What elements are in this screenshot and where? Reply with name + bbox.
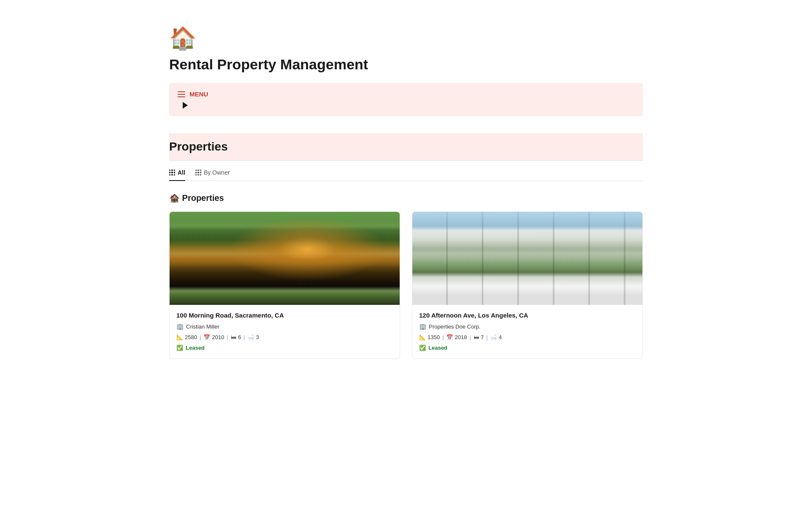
meta-sep-2-1: | xyxy=(469,334,471,340)
baths-item-0: 🛁 3 xyxy=(247,334,259,340)
card-status-1: ✅ Leased xyxy=(419,345,636,351)
property-image-1 xyxy=(412,212,642,305)
menu-expand-toggle[interactable] xyxy=(183,102,188,109)
hamburger-icon xyxy=(178,91,185,97)
sqft-icon-1: 📐 xyxy=(419,334,426,340)
baths-icon-0: 🛁 xyxy=(247,334,254,340)
status-icon-1: ✅ xyxy=(419,345,426,351)
status-label-0: Leased xyxy=(186,345,205,351)
status-label-1: Leased xyxy=(428,345,447,351)
property-card-1[interactable]: 120 Afternoon Ave, Los Angeles, CA 🏢 Pro… xyxy=(412,211,643,359)
meta-sep-1-0: | xyxy=(200,334,201,340)
card-meta-0: 📐 2580 | 📅 2010 | 🛏 6 | 🛁 xyxy=(176,334,393,340)
sqft-item-1: 📐 1350 xyxy=(419,334,440,340)
beds-icon-0: 🛏 xyxy=(231,334,236,340)
properties-section-header: Properties xyxy=(169,133,643,161)
tab-all-label: All xyxy=(178,169,185,176)
sqft-icon-0: 📐 xyxy=(176,334,183,340)
tab-by-owner-label: By Owner xyxy=(204,169,230,176)
properties-tabs: All By Owner xyxy=(169,169,643,181)
meta-sep-3-1: | xyxy=(486,334,488,340)
year-item-1: 📅 2018 xyxy=(446,334,467,340)
menu-bar: MENU xyxy=(169,83,643,116)
owner-icon-0: 🏢 xyxy=(176,323,184,330)
beds-item-1: 🛏 7 xyxy=(474,334,484,340)
page-wrapper: 🏠 Rental Property Management MENU Proper… xyxy=(131,0,681,393)
beds-value-1: 7 xyxy=(481,334,484,340)
year-value-1: 2018 xyxy=(455,334,467,340)
baths-item-1: 🛁 4 xyxy=(490,334,502,340)
status-icon-0: ✅ xyxy=(176,345,183,351)
properties-cards-grid: 100 Morning Road, Sacramento, CA 🏢 Crist… xyxy=(169,211,643,359)
meta-sep-1-1: | xyxy=(442,334,444,340)
baths-value-0: 3 xyxy=(256,334,259,340)
card-meta-1: 📐 1350 | 📅 2018 | 🛏 7 | 🛁 xyxy=(419,334,636,340)
year-value-0: 2010 xyxy=(212,334,224,340)
property-image-0 xyxy=(170,212,400,305)
card-body-0: 100 Morning Road, Sacramento, CA 🏢 Crist… xyxy=(170,305,400,359)
menu-header[interactable]: MENU xyxy=(178,90,634,98)
card-address-0: 100 Morning Road, Sacramento, CA xyxy=(176,312,393,319)
meta-sep-2-0: | xyxy=(227,334,228,340)
sqft-item-0: 📐 2580 xyxy=(176,334,197,340)
beds-value-0: 6 xyxy=(238,334,241,340)
owner-icon-1: 🏢 xyxy=(419,323,426,330)
owner-name-0: Cristian Miller xyxy=(186,323,219,330)
property-card-0[interactable]: 100 Morning Road, Sacramento, CA 🏢 Crist… xyxy=(169,211,400,359)
sqft-value-1: 1350 xyxy=(428,334,440,340)
baths-icon-1: 🛁 xyxy=(490,334,497,340)
year-item-0: 📅 2010 xyxy=(203,334,224,340)
beds-item-0: 🛏 6 xyxy=(231,334,241,340)
card-owner-0: 🏢 Cristian Miller xyxy=(176,323,393,330)
properties-subsection-title: 🏚️ Properties xyxy=(169,193,643,203)
sqft-value-0: 2580 xyxy=(185,334,197,340)
tab-all[interactable]: All xyxy=(169,169,185,181)
card-body-1: 120 Afternoon Ave, Los Angeles, CA 🏢 Pro… xyxy=(412,305,642,359)
card-status-0: ✅ Leased xyxy=(176,345,393,351)
grid-icon-all xyxy=(169,170,175,175)
card-address-1: 120 Afternoon Ave, Los Angeles, CA xyxy=(419,312,636,319)
owner-name-1: Properties Doe Corp. xyxy=(429,323,480,330)
card-owner-1: 🏢 Properties Doe Corp. xyxy=(419,323,636,330)
app-logo: 🏠 xyxy=(169,25,643,51)
baths-value-1: 4 xyxy=(499,334,502,340)
year-icon-1: 📅 xyxy=(446,334,453,340)
grid-icon-by-owner xyxy=(195,170,201,175)
app-title: Rental Property Management xyxy=(169,56,643,73)
tab-by-owner[interactable]: By Owner xyxy=(195,169,230,181)
year-icon-0: 📅 xyxy=(203,334,210,340)
meta-sep-3-0: | xyxy=(244,334,245,340)
menu-label: MENU xyxy=(189,90,208,98)
beds-icon-1: 🛏 xyxy=(474,334,479,340)
